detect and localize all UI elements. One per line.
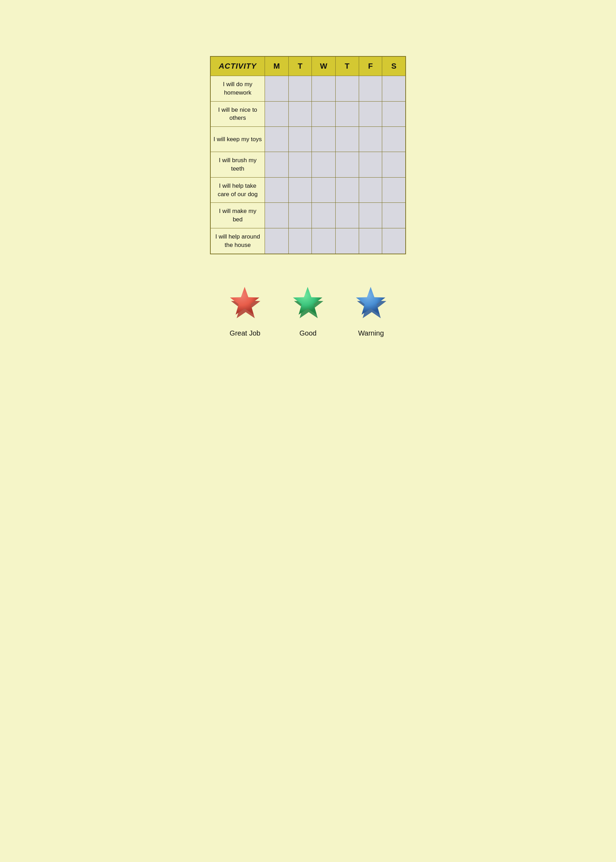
star-icon-1 (287, 282, 329, 325)
day-cell-row4-col2[interactable] (312, 177, 336, 203)
day-cell-row4-col3[interactable] (335, 177, 359, 203)
legend-item-0: Great Job (224, 282, 266, 337)
legend-item-2: Warning (350, 282, 392, 337)
day-cell-row5-col5[interactable] (382, 203, 405, 229)
activity-cell-5: I will make my bed (211, 203, 265, 229)
day-cell-row5-col2[interactable] (312, 203, 336, 229)
day-cell-row0-col5[interactable] (382, 76, 405, 102)
star-icon-0 (224, 282, 266, 325)
header-wed: W (312, 57, 336, 76)
day-cell-row1-col2[interactable] (312, 101, 336, 127)
day-cell-row3-col4[interactable] (359, 152, 382, 178)
day-cell-row2-col1[interactable] (288, 127, 312, 152)
day-cell-row1-col0[interactable] (265, 101, 288, 127)
day-cell-row5-col3[interactable] (335, 203, 359, 229)
day-cell-row3-col1[interactable] (288, 152, 312, 178)
day-cell-row2-col0[interactable] (265, 127, 288, 152)
legend-label-2: Warning (358, 329, 384, 337)
day-cell-row5-col4[interactable] (359, 203, 382, 229)
page-container: ACTIVITY M T W T F S I will do my homewo… (196, 14, 420, 358)
day-cell-row3-col5[interactable] (382, 152, 405, 178)
table-row: I will be nice to others (211, 101, 405, 127)
activity-cell-2: I will keep my toys (211, 127, 265, 152)
day-cell-row0-col3[interactable] (335, 76, 359, 102)
day-cell-row6-col3[interactable] (335, 228, 359, 254)
activity-cell-6: I will help around the house (211, 228, 265, 254)
day-cell-row6-col2[interactable] (312, 228, 336, 254)
day-cell-row6-col4[interactable] (359, 228, 382, 254)
day-cell-row6-col5[interactable] (382, 228, 405, 254)
behavior-chart-table: ACTIVITY M T W T F S I will do my homewo… (210, 56, 406, 254)
table-row: I will keep my toys (211, 127, 405, 152)
day-cell-row6-col1[interactable] (288, 228, 312, 254)
activity-cell-0: I will do my homework (211, 76, 265, 102)
legend-label-1: Good (300, 329, 317, 337)
day-cell-row0-col1[interactable] (288, 76, 312, 102)
day-cell-row4-col5[interactable] (382, 177, 405, 203)
header-tue: T (288, 57, 312, 76)
day-cell-row5-col1[interactable] (288, 203, 312, 229)
day-cell-row0-col4[interactable] (359, 76, 382, 102)
legend-item-1: Good (287, 282, 329, 337)
day-cell-row2-col4[interactable] (359, 127, 382, 152)
day-cell-row2-col3[interactable] (335, 127, 359, 152)
table-row: I will make my bed (211, 203, 405, 229)
table-row: I will do my homework (211, 76, 405, 102)
activity-header: ACTIVITY (211, 57, 265, 76)
activity-cell-1: I will be nice to others (211, 101, 265, 127)
legend-label-0: Great Job (229, 329, 261, 337)
table-header-row: ACTIVITY M T W T F S (211, 57, 405, 76)
day-cell-row3-col0[interactable] (265, 152, 288, 178)
day-cell-row4-col0[interactable] (265, 177, 288, 203)
day-cell-row3-col2[interactable] (312, 152, 336, 178)
day-cell-row3-col3[interactable] (335, 152, 359, 178)
header-mon: M (265, 57, 288, 76)
day-cell-row5-col0[interactable] (265, 203, 288, 229)
day-cell-row0-col2[interactable] (312, 76, 336, 102)
table-row: I will help take care of our dog (211, 177, 405, 203)
legend-section: Great JobGoodWarning (224, 282, 392, 337)
header-thu: T (335, 57, 359, 76)
day-cell-row1-col5[interactable] (382, 101, 405, 127)
table-row: I will help around the house (211, 228, 405, 254)
header-sat: S (382, 57, 405, 76)
day-cell-row2-col2[interactable] (312, 127, 336, 152)
day-cell-row6-col0[interactable] (265, 228, 288, 254)
activity-cell-3: I will brush my teeth (211, 152, 265, 178)
day-cell-row1-col3[interactable] (335, 101, 359, 127)
day-cell-row4-col1[interactable] (288, 177, 312, 203)
activity-cell-4: I will help take care of our dog (211, 177, 265, 203)
star-icon-2 (350, 282, 392, 325)
day-cell-row1-col1[interactable] (288, 101, 312, 127)
day-cell-row2-col5[interactable] (382, 127, 405, 152)
day-cell-row4-col4[interactable] (359, 177, 382, 203)
day-cell-row0-col0[interactable] (265, 76, 288, 102)
day-cell-row1-col4[interactable] (359, 101, 382, 127)
header-fri: F (359, 57, 382, 76)
table-row: I will brush my teeth (211, 152, 405, 178)
